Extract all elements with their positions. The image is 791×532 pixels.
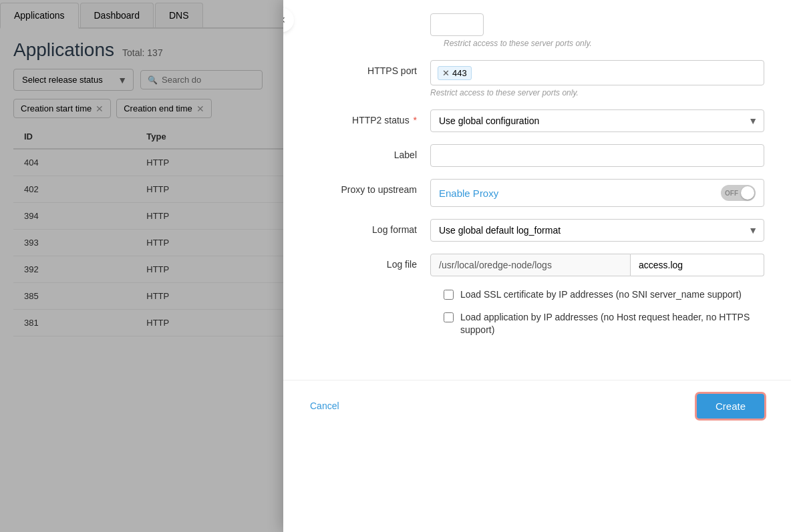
app-ip-label[interactable]: Load application by IP addresses (no Hos… [460,311,764,337]
https-port-hint: Restrict access to these server ports on… [430,88,764,97]
app-ip-checkbox-row: Load application by IP addresses (no Hos… [444,311,764,337]
top-partial-input[interactable] [430,13,484,36]
proxy-row: Enable Proxy OFF [430,179,764,207]
log-file-path-input[interactable] [430,254,631,276]
app-ip-checkbox[interactable] [444,312,454,322]
label-field-label: Label [310,144,430,160]
https-port-label: HTTPS port [310,60,430,76]
cancel-button[interactable]: Cancel [310,395,339,417]
enable-proxy-text: Enable Proxy [439,188,498,199]
log-format-label: Log format [310,219,430,235]
ssl-checkbox-row: Load SSL certificate by IP addresses (no… [444,288,764,302]
top-hint: Restrict access to these server ports on… [444,39,764,48]
modal-panel: × Restrict access to these server ports … [283,0,791,532]
log-file-label: Log file [310,254,430,270]
https-port-input[interactable]: ✕ 443 [430,60,764,85]
https-port-tag-value: 443 [452,68,467,78]
create-button[interactable]: Create [697,394,764,419]
proxy-toggle[interactable]: OFF [721,185,756,201]
http2-status-select[interactable]: Use global configuration [430,109,764,132]
log-file-name-input[interactable] [631,254,764,276]
ssl-ip-checkbox[interactable] [444,290,454,300]
modal-footer: Cancel Create [283,380,791,432]
proxy-label: Proxy to upstream [310,179,430,195]
label-input[interactable] [430,144,764,167]
ssl-ip-label[interactable]: Load SSL certificate by IP addresses (no… [460,288,742,302]
top-input-label [310,13,430,19]
toggle-off-label: OFF [725,190,738,197]
https-port-tag: ✕ 443 [438,66,472,80]
log-format-select[interactable]: Use global default log_format [430,219,764,242]
https-port-tag-remove[interactable]: ✕ [442,68,450,78]
http2-status-label: HTTP2 status * [310,109,430,125]
